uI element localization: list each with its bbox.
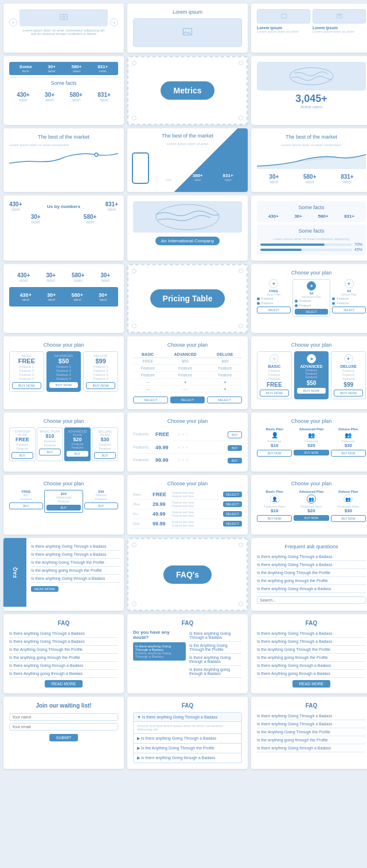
p4-btn-1[interactable]: BUY	[11, 452, 33, 459]
stat-4: 831+ label	[97, 64, 108, 73]
ph-n2: 380+	[193, 173, 203, 178]
p4i-btn-3[interactable]: BUY	[84, 502, 118, 509]
wl-email-input[interactable]	[9, 723, 118, 730]
ms3: 831+ label	[341, 174, 354, 184]
fl2-read-more[interactable]: READ MORE	[292, 680, 330, 688]
p4-l1: STARTER PLAN	[11, 430, 33, 437]
pv-r2-cat: Plus	[133, 502, 150, 506]
ps-icon-3: 👥	[331, 494, 366, 504]
cyp-btn-3[interactable]: SELECT	[332, 307, 366, 313]
cyp-icon-1: ✦	[269, 279, 278, 288]
pp-icon-1: 👤	[257, 432, 292, 438]
p4i-cols: FREE $10 Feature BUY $20 Advanced Featur…	[9, 490, 118, 513]
fa-item-2[interactable]: ▶ Is there anything Going Through a Bada…	[134, 734, 241, 744]
fq-search-input[interactable]	[257, 596, 366, 604]
fa-item-1[interactable]: ▼ Is there anything Going Through a Bada…	[134, 713, 241, 722]
faq-doubt-right: Is there anything Going Through a Badass…	[189, 630, 242, 678]
pp-icon-3: 👥	[331, 432, 366, 438]
ph-r1-btn[interactable]: BUY	[228, 431, 242, 438]
ps-ic-2: 👥	[307, 494, 316, 504]
wl-name-input[interactable]	[9, 713, 118, 721]
ps-btn-2[interactable]: BUY NOW	[294, 515, 329, 521]
pv-r3-btn[interactable]: SELECT	[223, 511, 242, 517]
faq-read-more[interactable]: READ MORE	[31, 586, 58, 592]
ps1-del-btn[interactable]: BUY NOW	[86, 382, 115, 389]
fs-i1: Is there anything Going Through a Badass	[9, 630, 118, 638]
p4-p3: $20	[67, 437, 88, 442]
cyp-btn-2[interactable]: SELECT	[295, 309, 329, 315]
pp-btn-2[interactable]: BUY NOW	[294, 450, 329, 455]
sf-stat-2: 30+ label	[45, 92, 54, 102]
usn-center: Us by numbers	[25, 204, 103, 209]
fs-read-more[interactable]: READ MORE	[45, 680, 83, 688]
pc-del-btn[interactable]: BUY NOW	[334, 390, 363, 396]
pricing-table-badge: Pricing Table	[150, 289, 225, 308]
sfc-n4: 831+	[344, 214, 354, 219]
bsb-l1: label	[20, 298, 32, 301]
sf-num-4: 831+	[97, 92, 111, 98]
bsb-l2: label	[47, 298, 56, 301]
faq-i1: Is there anything Going Through a Badass	[31, 543, 119, 551]
wl-submit-btn[interactable]: SUBMIT	[49, 734, 78, 741]
faq-corner-tl	[132, 543, 136, 547]
fd-i1: Is there anything Going Through a Badass	[189, 630, 242, 642]
faq-doubt-q: Do you have any doubt?	[133, 630, 186, 640]
prev-arrow[interactable]: ‹	[9, 18, 17, 26]
p4i-btn-1[interactable]: BUY	[9, 502, 43, 509]
pt-btn-3[interactable]: SELECT	[207, 396, 242, 403]
faq-doubt-left: Do you have any doubt? Is there anything…	[133, 630, 186, 678]
pv-r2-btn[interactable]: SELECT	[223, 501, 242, 507]
pv-row-1: Basic FREE Feature text here Feature tex…	[133, 490, 242, 500]
card-us-numbers: 430+ label Us by numbers 831+ label 30+ …	[3, 195, 124, 261]
pc-b-f1: Feature	[260, 369, 289, 372]
faq-ans-text: Is there anything Going Through a Badass	[135, 645, 184, 651]
faq-sidebar: FAQ	[3, 538, 26, 607]
faq-sidebar-label: FAQ	[12, 567, 18, 578]
next-arrow[interactable]: ›	[110, 18, 118, 26]
ps-btn-1[interactable]: BUY NOW	[257, 515, 292, 522]
p4-btn-2[interactable]: BUY	[39, 449, 61, 455]
pv-r4-btn[interactable]: SELECT	[223, 521, 242, 527]
ps1-adv-btn[interactable]: BUY NOW	[49, 382, 79, 388]
pt-btn-1[interactable]: SELECT	[133, 396, 168, 403]
pt-r2-1: Feature	[133, 365, 163, 372]
pv-r1-btn[interactable]: SELECT	[223, 492, 242, 497]
cyp-feat-3-1: Feature	[332, 296, 366, 301]
sb-l4: label	[100, 278, 110, 282]
pp-btn-3[interactable]: BUY NOW	[331, 450, 366, 457]
fa-item-3[interactable]: ▶ Is the Anything Going Through the Prof…	[134, 744, 241, 753]
p4-p1: FREE	[11, 437, 33, 442]
p4-btn-3[interactable]: BUY	[67, 451, 88, 457]
card-slider-1: ‹ Lorem ipsum dolor sit amet consectetur…	[3, 3, 124, 53]
card-waiting-list: Join our waiting list! SUBMIT	[3, 697, 124, 769]
pt-btn-2[interactable]: SELECT	[170, 396, 204, 403]
stat-label-3: label	[71, 69, 81, 73]
p4i-sl3: Deluxe	[84, 493, 118, 497]
ph-r1-price: FREE	[155, 431, 175, 437]
pc-basic-btn[interactable]: BUY NOW	[260, 390, 289, 396]
fa-ans-1: Answer text here lorem ipsum dolor sit a…	[134, 722, 241, 734]
p4i-btn-2[interactable]: BUY	[46, 505, 80, 510]
ps-price-1: $10	[257, 508, 292, 513]
pp-price-3: $30	[331, 443, 366, 448]
ph-r3-f1: ✓	[178, 458, 181, 462]
ps1-del-f2: Feature 2	[86, 369, 115, 372]
ph-r3-btn[interactable]: BUY	[228, 458, 242, 464]
lorem-image	[133, 18, 242, 47]
usn-title: Us by numbers	[25, 204, 103, 209]
faqs-badge: FAQ's	[163, 565, 212, 584]
ms2: 580+ label	[303, 174, 317, 184]
sf-title-1: Some facts	[260, 205, 362, 210]
ps-btn-3[interactable]: BUY NOW	[331, 515, 366, 522]
ms-l2: label	[303, 180, 317, 184]
pc-adv-btn[interactable]: BUY NOW	[297, 388, 326, 394]
pv-r4-cat: Elite	[133, 522, 150, 525]
ph-r2-btn[interactable]: BUY	[228, 445, 242, 451]
ps1-basic-btn[interactable]: BUY NOW	[12, 382, 41, 389]
ps-cols: Basic Plan 👤 Features here $10 BUY NOW A…	[257, 490, 366, 522]
p4-btn-4[interactable]: BUY	[94, 452, 116, 459]
pc-del-name: DELUXE	[334, 364, 363, 368]
pp-btn-1[interactable]: BUY NOW	[257, 450, 292, 457]
fa-item-4[interactable]: ▶ Is there anything Going through a Bada…	[134, 753, 241, 763]
cyp-btn-1[interactable]: SELECT	[257, 307, 291, 313]
